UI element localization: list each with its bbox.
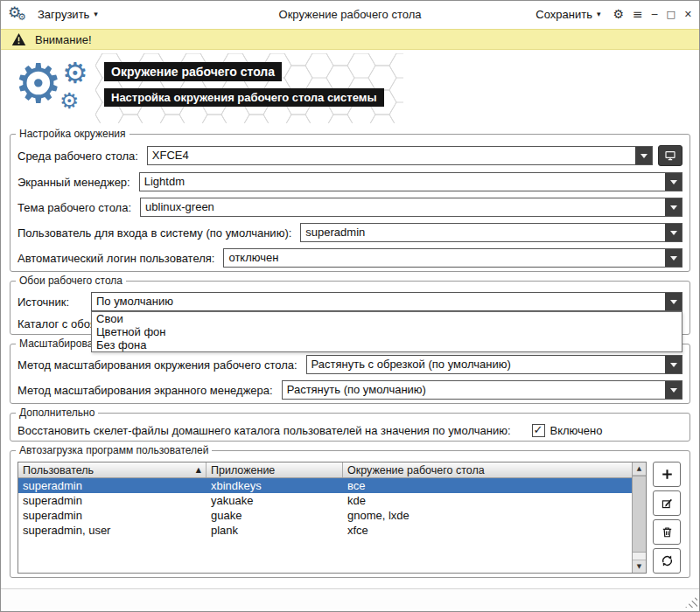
monitor-icon (664, 150, 676, 162)
refresh-icon (661, 554, 674, 567)
combo-dropdown-button[interactable] (665, 198, 682, 216)
combo-display-manager[interactable]: Lightdm (139, 172, 682, 191)
combo-dm-scaling-method[interactable]: Растянуть (по умолчанию) (282, 380, 682, 400)
column-header-environment[interactable]: Окружение рабочего стола (343, 462, 632, 477)
gear-icon: ⚙ (14, 57, 63, 111)
combo-value: По умолчанию (92, 293, 665, 310)
field-row: Экранный менеджер: Lightdm (18, 172, 682, 191)
dropdown-option[interactable]: Цветной фон (92, 325, 682, 338)
gear-icon: ⚙ (18, 12, 26, 22)
field-label: Источник: (18, 296, 91, 309)
close-button[interactable]: ✕ (684, 10, 692, 19)
app-window: ⚙ ⚙ Загрузить ▾ Окружение рабочего стола… (0, 0, 700, 612)
combo-dropdown-button[interactable] (665, 293, 682, 310)
titlebar-right: Сохранить ▾ ⚙ ≡ ─ □ ✕ (517, 6, 692, 23)
chevron-down-icon: ▾ (597, 10, 601, 18)
vertical-scrollbar[interactable]: ▲ ▼ (632, 462, 646, 573)
page-header: ⚙ ⚙ ⚙ Окружение рабочего стола Настройка… (10, 52, 690, 125)
statusbar (1, 588, 699, 609)
scroll-down-button[interactable]: ▼ (633, 560, 646, 573)
load-button[interactable]: Загрузить ▾ (34, 6, 102, 23)
cell-application: plank (206, 524, 343, 537)
dropdown-option[interactable]: Без фона (92, 338, 682, 351)
combo-wallpaper-source[interactable]: По умолчанию Свои Цветной фон Без фона (91, 292, 682, 311)
combo-value: отключен (224, 249, 665, 267)
edit-button[interactable] (653, 490, 681, 516)
field-label: Метод масштабирования экранного менеджер… (18, 384, 273, 397)
combo-default-login-user[interactable]: superadmin (300, 223, 682, 242)
restore-skel-checkbox[interactable]: ✓ (532, 424, 545, 437)
column-header-user[interactable]: Пользователь ▲ (18, 462, 206, 477)
cell-environment: xfce (343, 524, 632, 537)
table-columns: Пользователь ▲ Приложение Окружение рабо… (18, 462, 632, 573)
app-logo-icon: ⚙ ⚙ (8, 4, 29, 24)
field-row: Метод масштабирования экранного менеджер… (18, 380, 682, 400)
combo-dropdown-button[interactable] (665, 381, 682, 399)
warning-icon (11, 32, 26, 46)
env-extra-button[interactable] (658, 145, 682, 166)
autostart-table-area: Пользователь ▲ Приложение Окружение рабо… (18, 462, 682, 574)
group-wallpaper: Обои рабочего стола Источник: По умолчан… (10, 281, 690, 335)
column-header-application[interactable]: Приложение (206, 462, 343, 477)
checkbox-label: Включено (550, 424, 603, 437)
field-row: Метод масштабирования окружения рабочего… (18, 355, 682, 374)
save-button[interactable]: Сохранить ▾ (532, 6, 604, 23)
add-button[interactable] (653, 462, 681, 487)
autostart-table: Пользователь ▲ Приложение Окружение рабо… (18, 462, 647, 574)
scrollbar-thumb[interactable] (633, 476, 646, 553)
combo-value: ublinux-green (141, 198, 665, 216)
trash-icon (661, 525, 674, 539)
combo-desktop-scaling-method[interactable]: Растянуть с обрезкой (по умолчанию) (306, 355, 682, 374)
dropdown-option[interactable]: Свои (92, 312, 682, 325)
table-row[interactable]: superadmin, user plank xfce (18, 523, 632, 538)
group-title: Обои рабочего стола (16, 275, 126, 288)
table-row[interactable]: superadmin yakuake kde (18, 493, 632, 508)
combo-dropdown-button[interactable] (665, 356, 682, 373)
window-title: Окружение рабочего стола (183, 8, 517, 21)
cell-environment: gnome, lxde (343, 509, 632, 522)
combo-value: Растянуть (по умолчанию) (283, 381, 665, 399)
field-row: Тема рабочего стола: ublinux-green (18, 198, 682, 217)
menu-icon[interactable]: ≡ (633, 8, 643, 20)
cell-user: superadmin (18, 494, 206, 507)
plus-icon (661, 468, 674, 481)
group-scaling: Масштабирование Метод масштабирования ок… (10, 344, 690, 404)
scroll-up-button[interactable]: ▲ (633, 462, 646, 476)
combo-value: Растянуть с обрезкой (по умолчанию) (307, 356, 665, 373)
gear-icon: ⚙ (62, 59, 88, 87)
minimize-button[interactable]: ─ (652, 10, 658, 19)
combo-dropdown-button[interactable] (635, 147, 652, 164)
field-label: Пользователь для входа в систему (по умо… (18, 226, 291, 240)
gear-icon: ⚙ (60, 90, 79, 112)
combo-desktop-environment[interactable]: XFCE4 (147, 146, 653, 165)
combo-dropdown-button[interactable] (665, 249, 682, 267)
field-label: Тема рабочего стола: (18, 201, 131, 214)
content: Настройка окружения Среда рабочего стола… (1, 125, 699, 588)
cell-user: superadmin (18, 479, 206, 492)
column-label: Пользователь (23, 464, 94, 476)
save-button-label: Сохранить (536, 8, 592, 21)
combo-autologin[interactable]: отключен (223, 248, 682, 268)
cell-application: guake (206, 509, 343, 522)
settings-gear-icon[interactable]: ⚙ (612, 8, 624, 20)
header-badges: Окружение рабочего стола Настройка окруж… (104, 62, 384, 107)
group-title: Дополнительно (16, 407, 98, 420)
table-row[interactable]: superadmin xbindkeys все (18, 478, 632, 493)
delete-button[interactable] (653, 519, 681, 545)
check-icon: ✓ (534, 424, 543, 435)
app-big-logo: ⚙ ⚙ ⚙ (17, 53, 99, 123)
maximize-button[interactable]: □ (666, 10, 675, 19)
field-row: Источник: По умолчанию Свои Цветной фон … (18, 292, 682, 311)
refresh-button[interactable] (653, 548, 681, 574)
column-label: Окружение рабочего стола (347, 464, 485, 476)
combo-desktop-theme[interactable]: ublinux-green (140, 198, 682, 217)
field-label: Среда рабочего стола: (18, 150, 138, 163)
combo-dropdown-button[interactable] (665, 224, 682, 241)
combo-dropdown-button[interactable] (665, 173, 682, 191)
field-row: Восстановить скелет-файлы домашнего ката… (18, 424, 682, 437)
field-label: Метод масштабирования окружения рабочего… (18, 358, 298, 372)
table-row[interactable]: superadmin guake gnome, lxde (18, 508, 632, 523)
cell-application: xbindkeys (206, 479, 343, 492)
resize-grip[interactable] (685, 595, 697, 608)
field-label: Экранный менеджер: (18, 176, 130, 189)
